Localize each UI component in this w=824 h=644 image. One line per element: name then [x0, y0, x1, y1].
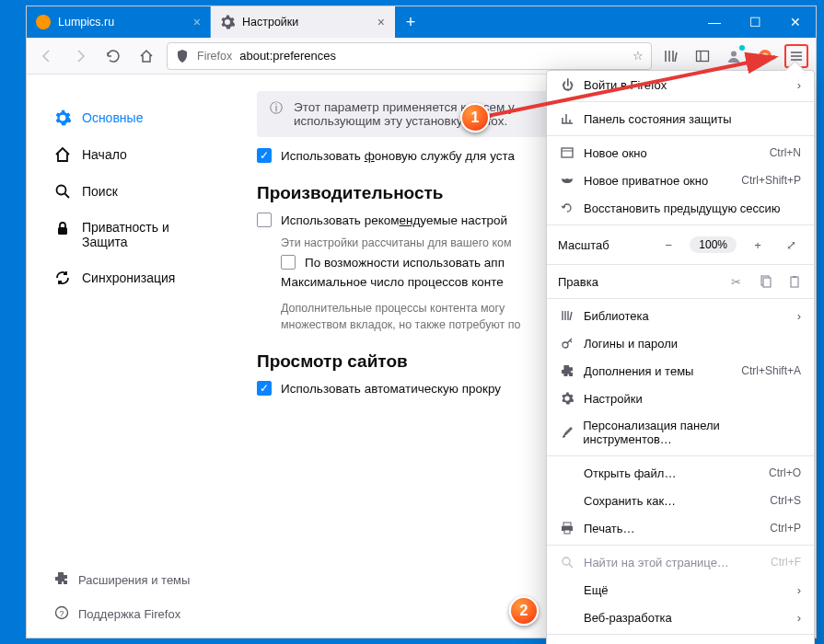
sidebar-item-sync[interactable]: Синхронизация [45, 262, 222, 293]
maximize-button[interactable]: ☐ [735, 6, 775, 38]
checkbox-icon[interactable] [257, 213, 272, 227]
sidebar-toggle-icon[interactable] [691, 44, 714, 68]
menu-print[interactable]: Печать…Ctrl+P [547, 514, 814, 542]
chevron-right-icon: › [797, 611, 801, 625]
svg-rect-10 [562, 148, 573, 157]
power-icon: ⏻ [560, 77, 574, 92]
chevron-right-icon: › [797, 309, 801, 323]
url-bar[interactable]: Firefox about:preferences ☆ [167, 42, 652, 70]
zoom-in-button[interactable]: + [746, 234, 770, 256]
svg-point-5 [57, 186, 66, 195]
back-button[interactable] [34, 43, 60, 69]
prefs-sidebar: Основные Начало Поиск Приватность иЗащит… [27, 75, 231, 638]
brush-icon [560, 425, 574, 440]
library-icon [560, 308, 574, 323]
tab-lumpics[interactable]: Lumpics.ru × [27, 6, 211, 38]
zoom-level[interactable]: 100% [690, 236, 737, 253]
account-icon[interactable] [722, 44, 746, 68]
nav-bar: Firefox about:preferences ☆ [27, 38, 816, 75]
home-icon [54, 146, 71, 163]
checkbox-icon[interactable] [281, 255, 296, 270]
menu-logins[interactable]: Логины и пароли [547, 329, 814, 357]
close-icon[interactable]: × [377, 15, 385, 29]
lock-icon [54, 220, 71, 236]
minimize-button[interactable]: — [694, 6, 735, 38]
menu-signin[interactable]: ⏻Войти в Firefox› [547, 71, 814, 98]
search-icon [560, 555, 574, 569]
bookmark-star-icon[interactable]: ☆ [633, 49, 644, 63]
tab-bar: Lumpics.ru × Настройки × + — ☐ ✕ [27, 6, 816, 38]
svg-line-21 [569, 564, 573, 568]
sidebar-label: Защита [82, 235, 128, 249]
menu-addons[interactable]: Дополнения и темыCtrl+Shift+A [547, 357, 814, 385]
menu-save-as[interactable]: Сохранить как…Ctrl+S [547, 487, 814, 514]
new-tab-button[interactable]: + [395, 6, 426, 38]
checkbox-checked-icon[interactable]: ✓ [257, 148, 272, 163]
shield-icon [175, 49, 190, 63]
menu-restore-session[interactable]: Восстановить предыдущую сессию [547, 194, 814, 222]
copy-icon[interactable] [757, 273, 773, 290]
menu-protections[interactable]: Панель состояния защиты [547, 105, 814, 132]
svg-rect-15 [793, 276, 796, 278]
menu-new-private[interactable]: Новое приватное окноCtrl+Shift+P [547, 167, 814, 194]
restore-icon [560, 201, 574, 215]
paste-icon[interactable] [786, 273, 803, 290]
fullscreen-button[interactable]: ⤢ [779, 234, 803, 256]
puzzle-icon [560, 363, 574, 378]
chart-icon [560, 111, 574, 126]
home-button[interactable] [133, 43, 159, 69]
sidebar-item-search[interactable]: Поиск [45, 176, 222, 207]
sync-icon [54, 270, 71, 286]
gear-icon [560, 391, 574, 406]
zoom-out-button[interactable]: − [656, 234, 680, 256]
sidebar-label: Расширения и темы [78, 573, 190, 587]
lumpics-favicon [36, 15, 51, 29]
svg-rect-13 [763, 278, 771, 287]
menu-open-file[interactable]: Открыть файл…Ctrl+O [547, 459, 814, 487]
app-menu-dropdown: ⏻Войти в Firefox› Панель состояния защит… [546, 70, 815, 644]
svg-point-20 [563, 558, 570, 565]
cut-icon[interactable]: ✂ [727, 273, 744, 290]
menu-library[interactable]: Библиотека› [547, 302, 814, 329]
tab-settings[interactable]: Настройки × [211, 6, 395, 38]
tab-label: Lumpics.ru [58, 16, 114, 29]
svg-rect-19 [564, 530, 570, 534]
help-icon: ? [54, 605, 69, 623]
reload-button[interactable] [100, 43, 126, 69]
menu-zoom: Масштаб − 100% + ⤢ [547, 228, 814, 261]
menu-customize[interactable]: Персонализация панели инструментов… [547, 412, 814, 453]
extension-icon[interactable] [753, 44, 777, 68]
sidebar-extensions-link[interactable]: Расширения и темы [45, 566, 222, 594]
search-icon [54, 183, 71, 200]
sidebar-item-home[interactable]: Начало [45, 139, 222, 170]
mask-icon [560, 173, 574, 188]
svg-point-4 [762, 52, 769, 59]
svg-line-6 [65, 194, 70, 199]
menu-more[interactable]: Ещё› [547, 576, 814, 604]
menu-webdev[interactable]: Веб-разработка› [547, 604, 814, 631]
window-controls: — ☐ ✕ [694, 6, 816, 38]
svg-rect-0 [697, 51, 709, 61]
forward-button[interactable] [67, 43, 93, 69]
sidebar-support-link[interactable]: ? Поддержка Firefox [45, 600, 222, 628]
menu-help[interactable]: ?Справка› [547, 638, 814, 644]
library-icon[interactable] [659, 44, 683, 68]
chevron-right-icon: › [797, 583, 801, 597]
callout-badge-2: 2 [509, 596, 539, 626]
close-window-button[interactable]: ✕ [775, 6, 816, 38]
sidebar-label: Поиск [82, 184, 118, 199]
sidebar-label: Поддержка Firefox [78, 607, 180, 621]
sidebar-label: Синхронизация [82, 270, 175, 285]
chevron-right-icon: › [797, 78, 801, 92]
svg-rect-7 [58, 227, 67, 235]
menu-settings[interactable]: Настройки [547, 385, 814, 412]
puzzle-icon [54, 571, 69, 589]
sidebar-item-privacy[interactable]: Приватность иЗащита [45, 213, 222, 257]
close-icon[interactable]: × [193, 15, 201, 29]
checkbox-checked-icon[interactable]: ✓ [257, 381, 272, 396]
svg-rect-17 [563, 523, 571, 526]
menu-new-window[interactable]: Новое окноCtrl+N [547, 139, 814, 167]
key-icon [560, 336, 574, 351]
sidebar-item-general[interactable]: Основные [45, 102, 222, 133]
url-text: about:preferences [239, 49, 625, 63]
